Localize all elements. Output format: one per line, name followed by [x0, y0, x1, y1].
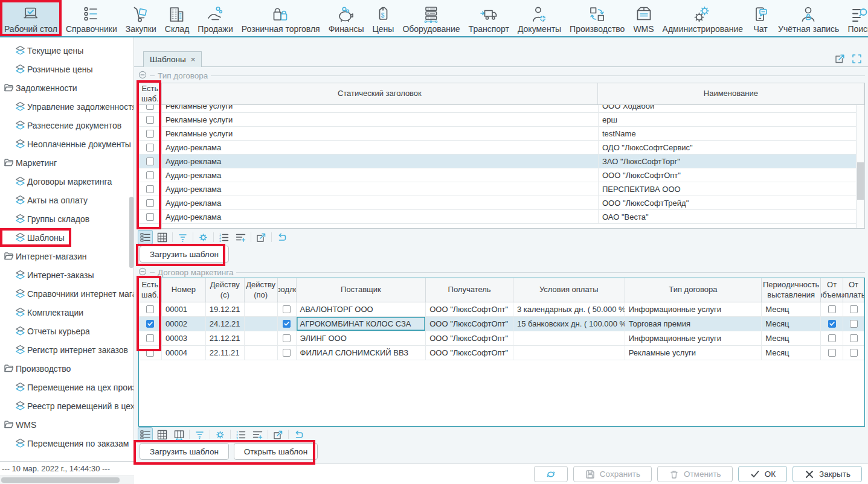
sidebar-item[interactable]: Группы складов — [0, 209, 133, 228]
table-row[interactable] — [139, 224, 864, 229]
payment_terms-cell[interactable] — [513, 331, 625, 346]
sidebar-item[interactable]: Реестр перемещений в цех — [0, 396, 133, 415]
number-cell[interactable]: 00001 — [162, 302, 206, 317]
topbar-item-purchases[interactable]: Закупки — [121, 0, 161, 36]
valid_from-cell[interactable]: 19.12.21 — [206, 302, 245, 317]
static-title-cell[interactable]: Рекламные услуги — [162, 113, 599, 127]
settings-icon[interactable] — [213, 428, 227, 441]
has-template-checkbox[interactable] — [146, 158, 154, 165]
static-title-cell[interactable]: Аудио-реклама — [162, 141, 599, 154]
load-template-button-1[interactable]: Загрузить шаблон — [140, 246, 229, 263]
supplier-cell[interactable]: ФИЛИАЛ СЛОНИМСКИЙ ВВЗ — [297, 346, 426, 360]
open-template-button[interactable]: Открыть шаблон — [234, 443, 318, 460]
name-cell[interactable]: testName — [599, 127, 857, 141]
column-header-has_template[interactable]: Есть шаб. — [139, 83, 162, 104]
collapse-icon[interactable] — [138, 267, 147, 278]
table-row[interactable]: Рекламные услугиерш — [139, 113, 864, 127]
valid_to-cell[interactable] — [245, 302, 278, 317]
settings-icon[interactable] — [196, 231, 210, 244]
table-row[interactable]: Аудио-рекламаООО "ЛюксСофтТрейд" — [139, 196, 864, 210]
sidebar-scrollbar[interactable] — [129, 197, 133, 268]
topbar-item-reference[interactable]: Справочники — [62, 0, 121, 36]
topbar-item-equipment[interactable]: Оборудование — [398, 0, 464, 36]
has-template-checkbox[interactable] — [146, 116, 154, 124]
horizontal-scrollbar[interactable] — [0, 476, 134, 484]
payment_terms-cell[interactable]: 3 календарных дн. ( 50.000 %) — [513, 302, 625, 317]
sidebar-item[interactable]: Интернет-заказы — [0, 266, 133, 284]
contract_type-cell[interactable]: Информационные услуги — [625, 302, 762, 317]
name-cell[interactable]: ООО "ЛюксСофтТрейд" — [599, 196, 857, 210]
sidebar-item[interactable]: Справочники интернет магазинов — [0, 284, 133, 303]
column-header-period[interactable]: Периодичность выставления — [762, 278, 821, 302]
sidebar-item[interactable]: Перемещения по заказам — [0, 434, 133, 453]
topbar-item-admin[interactable]: Администрирование — [658, 0, 748, 36]
receiver-cell[interactable]: ООО "ЛюксСофтОпт" — [426, 346, 513, 360]
topbar-item-desktop[interactable]: Рабочий стол — [0, 0, 62, 36]
table-row[interactable]: 0000321.12.21ЭЛИНГ ОООООО "ЛюксСофтОпт"И… — [139, 331, 864, 346]
calendar-icon[interactable] — [172, 428, 186, 441]
has-template-checkbox[interactable] — [146, 144, 154, 151]
by_payment-checkbox[interactable] — [850, 305, 858, 313]
fullscreen-icon[interactable] — [850, 53, 863, 65]
column-header-payment_terms[interactable]: Условия оплаты — [513, 278, 625, 302]
close-button[interactable]: Закрыть — [792, 466, 862, 482]
sidebar-item[interactable]: Регистр интернет заказов — [0, 340, 133, 359]
tab-templates[interactable]: Шаблоны × — [143, 51, 202, 67]
topbar-item-search[interactable]: Поиск — [843, 0, 868, 36]
column-header-contract_type[interactable]: Тип договора — [625, 278, 762, 302]
column-header-supplier[interactable]: Поставщик — [297, 278, 426, 302]
sidebar-item[interactable]: Перемещение на цех производства — [0, 378, 133, 396]
prolong-checkbox[interactable] — [283, 349, 291, 357]
add-row-icon[interactable] — [251, 428, 265, 441]
name-cell[interactable]: ОАО "Веста" — [599, 210, 857, 224]
list-view-icon[interactable] — [138, 231, 152, 244]
supplier-cell[interactable]: ЭЛИНГ ООО — [297, 331, 426, 346]
column-header-valid_from[interactable]: Действу (с) — [206, 278, 245, 302]
has-template-checkbox[interactable] — [146, 213, 154, 221]
name-cell[interactable]: ерш — [599, 113, 857, 127]
supplier-cell[interactable]: АВАЛОНТОРГ ООО — [297, 302, 426, 317]
name-cell[interactable]: ПЕРСПЕКТИВА ООО — [599, 182, 857, 196]
payment_terms-cell[interactable]: 15 банковских дн. ( 100.000 % — [513, 317, 625, 331]
by_payment-checkbox[interactable] — [850, 320, 858, 328]
sidebar-item[interactable]: Комплектации — [0, 303, 133, 322]
valid_from-cell[interactable]: 24.12.21 — [206, 317, 245, 331]
has-template-checkbox[interactable] — [146, 105, 154, 110]
filter-icon[interactable] — [176, 231, 190, 244]
by_payment-checkbox[interactable] — [850, 334, 858, 342]
sidebar-item-templates[interactable]: Шаблоны — [0, 228, 71, 247]
column-header-static_title[interactable]: Статический заголовок — [162, 83, 598, 104]
export-icon[interactable] — [254, 231, 268, 244]
valid_to-cell[interactable] — [245, 331, 278, 346]
has-template-checkbox[interactable] — [146, 171, 154, 179]
table-row[interactable]: Аудио-рекламаПЕРСПЕКТИВА ООО — [139, 182, 864, 196]
topbar-item-transport[interactable]: Транспорт — [465, 0, 513, 36]
export-icon[interactable] — [271, 428, 285, 441]
column-header-by_payment[interactable]: От оплаты — [843, 278, 864, 302]
table-row[interactable]: Рекламные услугиООО Ходабои — [139, 105, 864, 113]
static-title-cell[interactable]: Аудио-реклама — [162, 168, 599, 182]
table-row[interactable]: Аудио-рекламаОДО "ЛюксСофтСервис" — [139, 141, 864, 154]
prolong-checkbox[interactable] — [283, 305, 291, 313]
load-template-button-2[interactable]: Загрузить шаблон — [140, 443, 229, 460]
topbar-item-prices[interactable]: $Цены — [368, 0, 398, 36]
valid_from-cell[interactable]: 22.11.21 — [206, 346, 245, 360]
reload-icon[interactable] — [292, 428, 306, 441]
table-vertical-scrollbar[interactable] — [856, 105, 864, 229]
horizontal-scrollbar-thumb[interactable] — [1, 477, 120, 483]
static-title-cell[interactable]: Аудио-реклама — [162, 182, 599, 196]
sidebar-item[interactable]: Розничные цены — [0, 60, 133, 78]
topbar-item-wms[interactable]: WMS — [629, 0, 658, 36]
grid-view-icon[interactable] — [155, 231, 169, 244]
receiver-cell[interactable]: ООО "ЛюксСофтОпт" — [426, 317, 513, 331]
name-cell[interactable]: ЗАО "ЛюксСофтТорг" — [599, 154, 857, 168]
numbered-list-icon[interactable]: 123 — [234, 428, 248, 441]
by_volume-checkbox[interactable] — [828, 334, 836, 342]
sidebar-item[interactable]: Разнесение документов — [0, 116, 133, 135]
sidebar-item[interactable]: Текущие цены — [0, 41, 133, 60]
column-header-name[interactable]: Наименование — [598, 83, 864, 104]
contract_type-cell[interactable]: Информационные услуги — [625, 331, 762, 346]
has_template-checkbox[interactable] — [146, 320, 154, 328]
has_template-checkbox[interactable] — [146, 349, 154, 357]
number-cell[interactable]: 00004 — [162, 346, 206, 360]
